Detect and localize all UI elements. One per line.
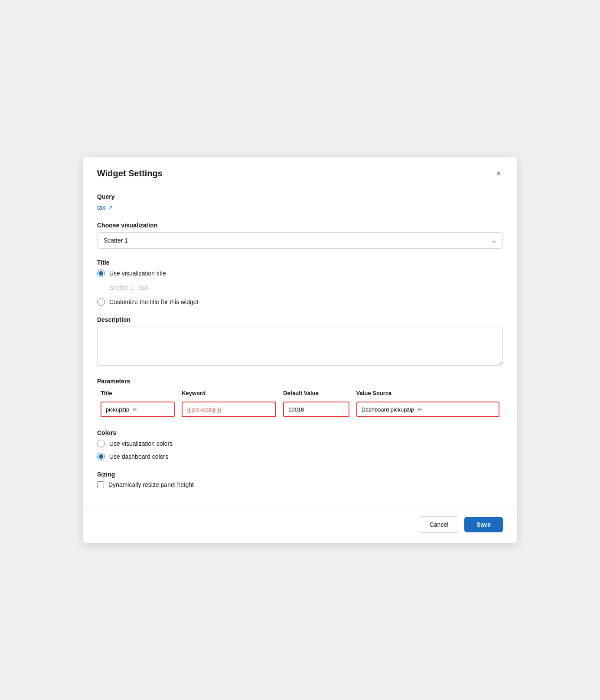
colors-section: Colors Use visualization colors Use dash…	[97, 429, 503, 460]
title-label: Title	[97, 259, 503, 266]
param-keyword-value: {{ pickupzip }}	[187, 406, 221, 413]
dynamic-resize-option[interactable]: Dynamically resize panel height	[97, 481, 503, 488]
modal-footer: Cancel Save	[83, 509, 517, 543]
description-label: Description	[97, 316, 503, 323]
modal-body: Query taxi ↗ Choose visualization Scatte…	[83, 186, 517, 509]
use-viz-title-option[interactable]: Use visualization title	[97, 269, 503, 277]
params-header-row: Title Keyword Default Value Value Source	[97, 388, 503, 400]
use-dashboard-colors-option[interactable]: Use dashboard colors	[97, 453, 503, 460]
description-textarea[interactable]	[97, 327, 503, 366]
param-title-value-wrapper: pickupzip ✏	[101, 402, 175, 417]
use-viz-colors-radio[interactable]	[97, 440, 105, 447]
save-button[interactable]: Save	[464, 517, 503, 532]
parameters-table: Title Keyword Default Value Value Source…	[97, 388, 503, 419]
param-default-value: 10018	[288, 406, 304, 413]
visualization-section: Choose visualization Scatter 1 Bar 1 Lin…	[97, 222, 503, 249]
query-section: Query taxi ↗	[97, 193, 503, 211]
param-default-value-wrapper: 10018	[283, 402, 349, 417]
param-source-cell: Dashboard pickupzip ✏	[353, 400, 503, 419]
param-title-cell: pickupzip ✏	[97, 400, 178, 419]
visualization-select[interactable]: Scatter 1 Bar 1 Line 1 Table 1	[97, 232, 503, 249]
param-source-value: Dashboard pickupzip	[362, 406, 414, 413]
dynamic-resize-label: Dynamically resize panel height	[108, 481, 194, 488]
use-viz-colors-label: Use visualization colors	[109, 440, 173, 447]
title-section: Title Use visualization title Scatter 1 …	[97, 259, 503, 306]
title-placeholder-text: Scatter 1 - taxi	[109, 284, 503, 291]
close-button[interactable]: ×	[494, 167, 503, 179]
modal-header: Widget Settings ×	[83, 157, 517, 186]
external-link-icon: ↗	[108, 204, 113, 211]
colors-radio-group: Use visualization colors Use dashboard c…	[97, 440, 503, 460]
col-header-source: Value Source	[353, 388, 503, 400]
customize-title-label: Customize the title for this widget	[109, 298, 198, 305]
visualization-select-wrapper: Scatter 1 Bar 1 Line 1 Table 1 ⌄	[97, 232, 503, 249]
customize-title-option[interactable]: Customize the title for this widget	[97, 298, 503, 306]
table-row: pickupzip ✏ {{ pickupzip }} 10018	[97, 400, 503, 419]
parameters-label: Parameters	[97, 378, 503, 385]
col-header-title: Title	[97, 388, 178, 400]
query-label: Query	[97, 193, 503, 200]
query-link[interactable]: taxi ↗	[97, 204, 113, 211]
cancel-button[interactable]: Cancel	[419, 516, 460, 533]
visualization-label: Choose visualization	[97, 222, 503, 229]
col-header-keyword: Keyword	[178, 388, 280, 400]
use-dashboard-colors-label: Use dashboard colors	[109, 453, 168, 460]
parameters-section: Parameters Title Keyword Default Value V…	[97, 378, 503, 419]
sizing-section: Sizing Dynamically resize panel height	[97, 471, 503, 488]
param-title-edit-icon[interactable]: ✏	[133, 406, 137, 413]
param-keyword-cell: {{ pickupzip }}	[178, 400, 280, 419]
modal-title: Widget Settings	[97, 169, 163, 178]
use-viz-title-label: Use visualization title	[109, 270, 166, 277]
use-viz-title-radio[interactable]	[97, 269, 105, 277]
widget-settings-modal: Widget Settings × Query taxi ↗ Choose vi…	[83, 157, 517, 543]
col-header-default: Default Value	[280, 388, 352, 400]
param-keyword-value-wrapper: {{ pickupzip }}	[182, 402, 276, 417]
param-source-value-wrapper: Dashboard pickupzip ✏	[356, 402, 499, 417]
param-default-cell: 10018	[280, 400, 352, 419]
query-link-text: taxi	[97, 204, 107, 211]
param-source-edit-icon[interactable]: ✏	[417, 406, 422, 413]
use-viz-colors-option[interactable]: Use visualization colors	[97, 440, 503, 447]
use-dashboard-colors-radio[interactable]	[97, 453, 105, 460]
colors-label: Colors	[97, 429, 503, 436]
param-title-value: pickupzip	[106, 406, 129, 413]
title-radio-group: Use visualization title Scatter 1 - taxi…	[97, 269, 503, 306]
description-section: Description	[97, 316, 503, 367]
dynamic-resize-checkbox[interactable]	[97, 481, 104, 488]
sizing-label: Sizing	[97, 471, 503, 478]
customize-title-radio[interactable]	[97, 298, 105, 306]
